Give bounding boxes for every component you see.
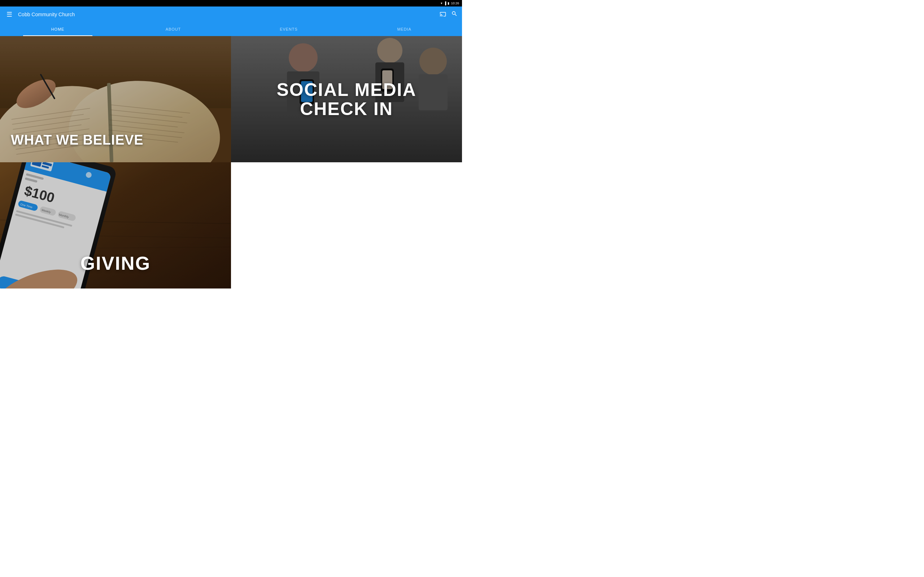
content-grid: WHAT WE BELIEVE	[0, 36, 462, 288]
tile-giving[interactable]: $100 One Time Weekly Monthly GIVE	[0, 162, 231, 288]
tile-3-label: GIVING	[81, 253, 151, 274]
cast-icon[interactable]	[439, 11, 446, 18]
tab-home[interactable]: HOME	[0, 23, 115, 36]
time-display: 10:26	[451, 2, 459, 5]
app-bar: ☰ Cobb Community Church	[0, 6, 462, 23]
status-bar: ▾ ▐ ▮ 10:26	[0, 0, 462, 6]
app-title: Cobb Community Church	[18, 11, 439, 17]
tab-media[interactable]: MEDIA	[347, 23, 462, 36]
nav-tabs: HOME ABOUT EVENTS MEDIA	[0, 23, 462, 36]
signal-icon: ▐	[444, 2, 446, 5]
tile-social-media-check-in[interactable]: SOCIAL MEDIA CHECK IN	[231, 36, 462, 162]
hamburger-icon[interactable]: ☰	[4, 8, 15, 21]
wifi-icon: ▾	[441, 2, 443, 5]
tile-1-label: WHAT WE BELIEVE	[11, 132, 143, 148]
tab-about[interactable]: ABOUT	[115, 23, 231, 36]
app-bar-actions	[439, 10, 458, 18]
battery-icon: ▮	[447, 2, 449, 5]
tile-empty	[231, 162, 462, 288]
search-icon[interactable]	[451, 10, 458, 18]
tile-what-we-believe[interactable]: WHAT WE BELIEVE	[0, 36, 231, 162]
tile-2-label: SOCIAL MEDIA CHECK IN	[277, 81, 417, 118]
tab-events[interactable]: EVENTS	[231, 23, 347, 36]
